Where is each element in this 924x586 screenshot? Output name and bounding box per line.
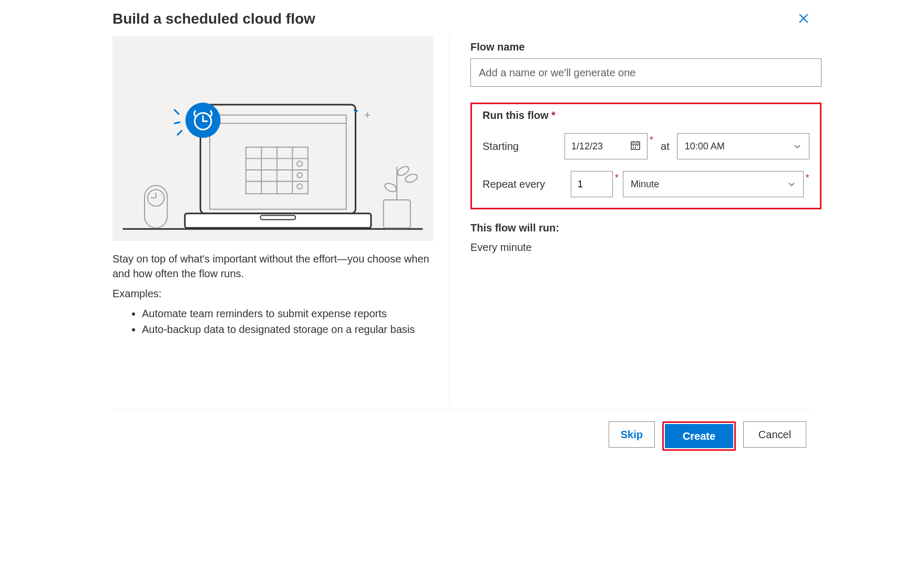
example-item: Auto-backup data to designated storage o…: [142, 322, 433, 337]
calendar-icon[interactable]: [630, 140, 641, 153]
required-asterisk: *: [615, 173, 619, 183]
start-date-input[interactable]: 1/12/23: [564, 133, 648, 159]
starting-label: Starting: [482, 140, 556, 153]
flow-name-label: Flow name: [470, 41, 822, 53]
create-button[interactable]: Create: [665, 424, 733, 448]
svg-line-24: [178, 130, 182, 135]
svg-rect-27: [384, 200, 410, 228]
start-time-value: 10:00 AM: [685, 141, 725, 152]
required-asterisk: *: [650, 135, 653, 145]
svg-rect-40: [633, 145, 634, 146]
repeat-interval-input[interactable]: [571, 171, 613, 197]
close-button[interactable]: [796, 11, 812, 28]
repeat-unit-select[interactable]: Minute: [623, 171, 804, 197]
svg-point-17: [297, 184, 302, 189]
svg-rect-41: [635, 145, 636, 146]
svg-point-16: [297, 173, 302, 178]
svg-rect-42: [637, 145, 638, 146]
repeat-every-label: Repeat every: [482, 178, 556, 190]
cancel-button[interactable]: Cancel: [743, 421, 806, 448]
flow-will-run-label: This flow will run:: [470, 222, 822, 234]
required-asterisk: *: [806, 173, 809, 183]
svg-line-23: [174, 123, 180, 124]
svg-point-30: [404, 173, 418, 184]
run-this-flow-section: Run this flow * Starting 1/12/23 * at: [470, 103, 822, 209]
example-item: Automate team reminders to submit expens…: [142, 306, 433, 321]
flow-will-run-value: Every minute: [470, 241, 822, 254]
illustration: [112, 36, 433, 241]
chevron-down-icon: [787, 180, 796, 188]
svg-line-22: [174, 110, 179, 114]
chevron-down-icon: [793, 142, 802, 150]
repeat-unit-value: Minute: [631, 179, 659, 190]
start-time-select[interactable]: 10:00 AM: [677, 133, 809, 159]
at-label: at: [661, 140, 670, 153]
examples-label: Examples:: [112, 286, 433, 301]
run-this-flow-label: Run this flow: [482, 109, 549, 121]
intro-text: Stay on top of what's important without …: [112, 251, 433, 281]
svg-point-15: [297, 161, 302, 166]
start-date-value: 1/12/23: [571, 141, 603, 152]
required-asterisk: *: [551, 109, 556, 121]
svg-rect-4: [210, 115, 346, 209]
create-button-highlight: Create: [662, 421, 736, 451]
svg-point-31: [384, 181, 398, 193]
flow-name-input[interactable]: [470, 58, 822, 87]
skip-button[interactable]: Skip: [609, 421, 655, 448]
svg-rect-44: [635, 147, 636, 148]
close-icon: [798, 13, 809, 24]
dialog-title: Build a scheduled cloud flow: [112, 11, 315, 27]
svg-rect-43: [633, 147, 634, 148]
